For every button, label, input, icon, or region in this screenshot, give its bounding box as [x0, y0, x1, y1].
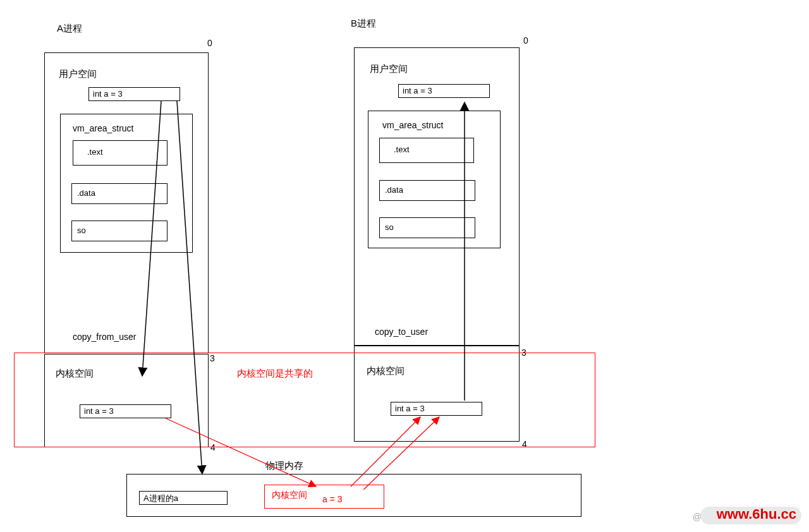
process-a-data-seg: .data	[71, 183, 167, 204]
process-a-copy-label: copy_from_user	[73, 332, 136, 342]
process-b-int-a: int a = 3	[398, 84, 490, 98]
physical-memory-kernel-label: 内核空间	[272, 490, 307, 501]
process-b-copy-label: copy_to_user	[375, 327, 428, 337]
process-a-vm-struct-label: vm_area_struct	[73, 123, 133, 133]
process-a-int-a: int a = 3	[88, 87, 180, 101]
shared-kernel-highlight	[14, 353, 595, 447]
physical-memory-label: 物理内存	[265, 460, 303, 472]
physical-memory-kernel-val: a = 3	[322, 494, 343, 504]
process-a-text-seg: .text	[73, 140, 167, 166]
process-b-data-seg: .data	[379, 180, 475, 201]
process-a-so-seg: so	[71, 221, 167, 241]
process-b-text-seg: .text	[379, 138, 474, 163]
process-b-vm-struct-label: vm_area_struct	[382, 120, 443, 130]
process-b-marker-0: 0	[523, 35, 528, 45]
process-b-so-seg: so	[379, 217, 475, 238]
process-a-user-space-label: 用户空间	[59, 68, 97, 80]
watermark: www.6hu.cc	[717, 506, 796, 523]
process-a-title: A进程	[57, 23, 82, 35]
shared-kernel-note: 内核空间是共享的	[237, 368, 313, 380]
physical-memory-a-box: A进程的a	[139, 491, 228, 505]
process-a-marker-0: 0	[207, 38, 212, 48]
process-b-title: B进程	[351, 18, 376, 30]
process-b-user-space-label: 用户空间	[370, 63, 408, 75]
